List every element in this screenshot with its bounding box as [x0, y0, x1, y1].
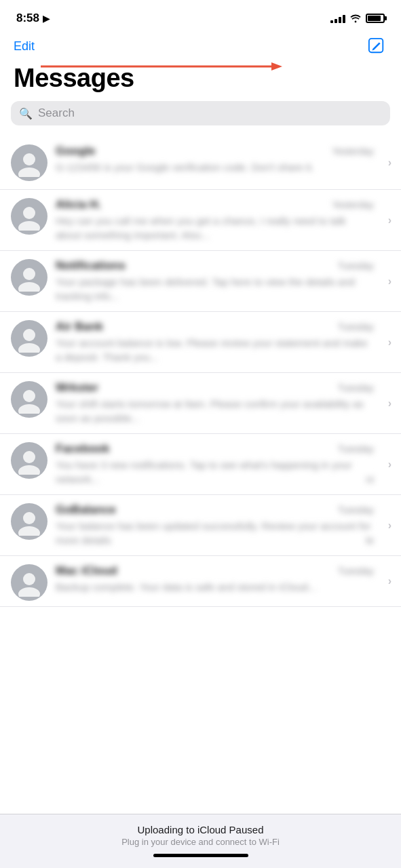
svg-point-7: [23, 268, 35, 280]
message-content: Google Yesterday G-123456 is your Google…: [56, 144, 390, 174]
svg-point-4: [18, 167, 40, 177]
status-icons: [330, 14, 385, 23]
svg-point-16: [18, 526, 40, 536]
compose-icon: [368, 37, 385, 55]
message-content: Wrkster Tuesday Your shift starts tomorr…: [56, 381, 390, 425]
message-time: Yesterday: [332, 146, 374, 157]
notification-title: Uploading to iCloud Paused: [14, 824, 387, 835]
svg-point-13: [23, 451, 35, 463]
svg-point-6: [18, 221, 40, 231]
chevron-right-icon: ›: [388, 157, 392, 169]
message-content: Air Bank Tuesday Your account balance is…: [56, 320, 390, 364]
list-item[interactable]: Facebook Tuesday You have 3 new notifica…: [0, 434, 401, 495]
notification-subtitle: Plug in your device and connect to Wi-Fi: [14, 837, 387, 847]
compose-button[interactable]: [366, 35, 387, 57]
svg-point-10: [18, 343, 40, 353]
person-silhouette: [15, 385, 43, 414]
search-icon: 🔍: [19, 107, 33, 120]
svg-point-3: [23, 153, 35, 165]
avatar: [11, 564, 47, 601]
message-content: GoBalance Tuesday Your balance has been …: [56, 503, 390, 547]
avatar: [11, 503, 47, 540]
chevron-right-icon: ›: [388, 575, 392, 587]
contact-name: Facebook: [56, 442, 332, 456]
svg-point-15: [23, 512, 35, 524]
person-silhouette: [15, 446, 43, 475]
list-item[interactable]: Google Yesterday G-123456 is your Google…: [0, 136, 401, 190]
status-time: 8:58 ▶: [16, 12, 50, 25]
page-title: Messages: [0, 62, 401, 101]
svg-point-11: [23, 390, 35, 402]
svg-point-9: [23, 329, 35, 341]
nav-header: Edit: [0, 33, 401, 62]
message-preview: G-123456 is your Google verification cod…: [56, 160, 374, 174]
message-content: Notifications Tuesday Your package has b…: [56, 259, 390, 303]
chevron-right-icon: ›: [388, 519, 392, 532]
message-content: Alicia H. Yesterday Hey can you call me …: [56, 198, 390, 242]
search-container: 🔍 Search: [0, 101, 401, 136]
message-preview: Backup complete. Your data is safe and s…: [56, 580, 374, 594]
battery-icon: [366, 14, 385, 23]
person-silhouette: [15, 149, 43, 177]
messages-list: Google Yesterday G-123456 is your Google…: [0, 136, 401, 607]
avatar: [11, 442, 47, 479]
svg-point-5: [23, 207, 35, 219]
list-item[interactable]: Notifications Tuesday Your package has b…: [0, 251, 401, 312]
edit-button[interactable]: Edit: [14, 39, 35, 54]
svg-point-18: [18, 587, 40, 597]
status-bar: 8:58 ▶: [0, 0, 401, 33]
contact-name: GoBalance: [56, 503, 332, 517]
message-preview: Your account balance is low. Please revi…: [56, 336, 374, 364]
message-time: Tuesday: [338, 566, 374, 576]
svg-point-14: [18, 465, 40, 475]
person-silhouette: [15, 568, 43, 597]
message-preview: You have 3 new notifications. Tap to see…: [56, 458, 374, 486]
message-time: Yesterday: [332, 199, 374, 210]
avatar: [11, 144, 47, 181]
avatar: [11, 198, 47, 235]
message-time: Tuesday: [338, 382, 374, 393]
list-item[interactable]: Alicia H. Yesterday Hey can you call me …: [0, 190, 401, 251]
svg-point-12: [18, 404, 40, 414]
svg-point-17: [23, 573, 35, 585]
chevron-right-icon: ›: [388, 458, 392, 471]
message-time: Tuesday: [338, 260, 374, 271]
list-item[interactable]: Mac iCloud Tuesday Backup complete. Your…: [0, 556, 401, 607]
signal-icon: [330, 14, 345, 23]
avatar: [11, 381, 47, 418]
chevron-right-icon: ›: [388, 214, 392, 226]
person-silhouette: [15, 324, 43, 353]
svg-rect-0: [369, 39, 383, 52]
chevron-right-icon: ›: [388, 336, 392, 349]
person-silhouette: [15, 202, 43, 231]
message-preview: Hey can you call me when you get a chanc…: [56, 214, 374, 242]
avatar: [11, 259, 47, 296]
chevron-right-icon: ›: [388, 397, 392, 410]
chevron-right-icon: ›: [388, 275, 392, 288]
contact-name: Alicia H.: [56, 198, 326, 212]
search-placeholder: Search: [38, 106, 75, 120]
home-indicator: [153, 854, 248, 857]
person-silhouette: [15, 507, 43, 536]
list-item[interactable]: GoBalance Tuesday Your balance has been …: [0, 495, 401, 556]
bottom-notification: Uploading to iCloud Paused Plug in your …: [0, 814, 401, 868]
contact-name: Air Bank: [56, 320, 332, 334]
message-time: Tuesday: [338, 505, 374, 515]
message-content: Facebook Tuesday You have 3 new notifica…: [56, 442, 390, 486]
message-preview: Your shift starts tomorrow at 9am. Pleas…: [56, 397, 374, 425]
contact-name: Wrkster: [56, 381, 332, 395]
avatar: [11, 320, 47, 357]
wifi-icon: [349, 14, 362, 23]
contact-name: Mac iCloud: [56, 564, 332, 578]
person-silhouette: [15, 263, 43, 292]
location-icon: ▶: [43, 14, 50, 24]
list-item[interactable]: Wrkster Tuesday Your shift starts tomorr…: [0, 373, 401, 434]
message-preview: Your package has been delivered. Tap her…: [56, 275, 374, 303]
message-time: Tuesday: [338, 321, 374, 332]
message-time: Tuesday: [338, 443, 374, 454]
list-item[interactable]: Air Bank Tuesday Your account balance is…: [0, 312, 401, 373]
message-content: Mac iCloud Tuesday Backup complete. Your…: [56, 564, 390, 594]
search-bar[interactable]: 🔍 Search: [11, 101, 390, 125]
clock: 8:58: [16, 12, 39, 25]
contact-name: Notifications: [56, 259, 332, 273]
